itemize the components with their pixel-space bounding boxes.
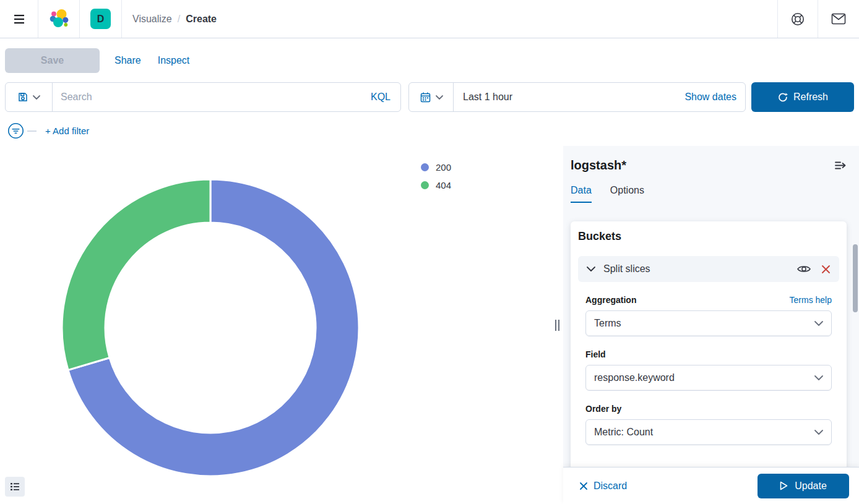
legend-dot-200 (421, 163, 429, 171)
aggregation-row: Aggregation Terms help Terms (578, 295, 839, 336)
aggregation-value: Terms (594, 318, 621, 329)
date-picker-group: Last 1 hour Show dates (408, 82, 746, 112)
editor-action-bar: Save Share Inspect (0, 38, 859, 82)
order-by-label: Order by (585, 404, 621, 414)
tab-data[interactable]: Data (571, 185, 592, 203)
query-bar: KQL Last 1 hour Show dates (5, 82, 854, 112)
inspect-button[interactable]: Inspect (158, 55, 190, 66)
save-query-icon (17, 92, 28, 103)
save-button[interactable]: Save (5, 48, 100, 73)
filter-bar: + Add filter (7, 122, 89, 139)
help-button[interactable] (778, 0, 818, 38)
chart-legend: 200 404 (421, 162, 451, 190)
eye-icon (797, 264, 811, 274)
discard-label: Discard (594, 481, 627, 492)
sidebar-footer: Discard Update (563, 467, 859, 504)
share-button[interactable]: Share (114, 55, 141, 66)
hamburger-icon (12, 12, 26, 26)
filter-dash (27, 130, 37, 132)
split-slices-accordion[interactable]: Split slices (578, 256, 839, 282)
update-button[interactable]: Update (758, 474, 849, 498)
panel-resize-handle[interactable] (551, 146, 563, 504)
sidebar-scrollbar[interactable] (853, 244, 858, 312)
field-label: Field (585, 349, 606, 359)
order-by-select[interactable]: Metric: Count (585, 419, 832, 445)
legend-item-200[interactable]: 200 (421, 162, 451, 173)
chevron-down-icon (436, 95, 443, 100)
terms-help-link[interactable]: Terms help (790, 295, 832, 305)
time-range-button[interactable]: Last 1 hour (454, 92, 522, 103)
newsfeed-button[interactable] (818, 0, 859, 38)
add-filter-button[interactable]: + Add filter (45, 126, 89, 136)
calendar-icon (420, 92, 431, 103)
space-badge: D (90, 9, 111, 29)
kibana-visualize-editor: D Visualize / Create (0, 0, 859, 504)
legend-label: 200 (436, 162, 451, 173)
chevron-down-icon (587, 267, 595, 271)
search-bar-group: KQL (5, 82, 401, 112)
breadcrumb-create: Create (186, 14, 217, 25)
play-icon (780, 481, 788, 490)
chevron-down-icon (814, 321, 823, 326)
breadcrumb: Visualize / Create (122, 0, 217, 38)
vis-editor-sidebar: logstash* Data Options Buckets (563, 146, 859, 504)
close-icon (579, 482, 588, 490)
top-navigation-bar: D Visualize / Create (0, 0, 859, 38)
show-dates-button[interactable]: Show dates (676, 92, 745, 103)
buckets-panel: Buckets Split slices (571, 221, 847, 470)
field-row: Field response.keyword (578, 349, 839, 391)
index-pattern-title: logstash* (571, 158, 626, 173)
filter-icon[interactable] (7, 122, 24, 139)
close-icon (821, 265, 831, 274)
visualization-canvas: 200 404 (0, 146, 551, 504)
refresh-label: Refresh (793, 92, 828, 103)
field-value: response.keyword (594, 372, 675, 383)
remove-bucket-button[interactable] (821, 265, 831, 274)
chevron-down-icon (33, 95, 40, 100)
refresh-icon (777, 92, 788, 103)
help-icon (790, 12, 805, 27)
legend-item-404[interactable]: 404 (421, 180, 451, 190)
toggle-visibility-button[interactable] (797, 264, 811, 274)
chevron-down-icon (814, 430, 823, 435)
aggregation-label: Aggregation (585, 295, 636, 305)
chrome-right-icons (777, 0, 859, 38)
mail-icon (831, 13, 846, 25)
elastic-home-button[interactable] (38, 0, 79, 38)
breadcrumb-separator: / (178, 14, 180, 25)
collapse-sidebar-button[interactable] (834, 159, 847, 172)
field-select[interactable]: response.keyword (585, 365, 832, 391)
donut-chart[interactable] (56, 173, 365, 482)
tab-options[interactable]: Options (610, 185, 644, 203)
space-selector[interactable]: D (80, 0, 121, 38)
chevron-down-icon (814, 375, 823, 380)
search-input[interactable] (53, 92, 361, 103)
resize-grip-icon (555, 320, 559, 331)
sidebar-tabs: Data Options (571, 185, 847, 203)
toggle-legend-button[interactable] (5, 477, 25, 497)
order-by-row: Order by Metric: Count (578, 404, 839, 445)
discard-button[interactable]: Discard (579, 481, 627, 492)
breadcrumb-visualize[interactable]: Visualize (132, 14, 172, 25)
sidebar-header: logstash* Data Options (563, 146, 859, 203)
list-icon (9, 481, 20, 492)
aggregation-select[interactable]: Terms (585, 310, 832, 336)
elastic-logo-icon (49, 9, 69, 29)
date-quick-select-button[interactable] (409, 83, 454, 111)
order-by-value: Metric: Count (594, 427, 653, 438)
query-language-button[interactable]: KQL (361, 92, 400, 103)
legend-label: 404 (436, 180, 451, 190)
buckets-title: Buckets (578, 230, 839, 243)
split-slices-label: Split slices (603, 263, 650, 275)
legend-dot-404 (421, 181, 429, 189)
saved-queries-menu-button[interactable] (6, 83, 53, 111)
donut-chart-svg (56, 173, 365, 482)
refresh-button[interactable]: Refresh (751, 82, 854, 112)
update-label: Update (795, 481, 827, 492)
main-menu-button[interactable] (0, 0, 38, 38)
menu-right-icon (834, 159, 847, 172)
